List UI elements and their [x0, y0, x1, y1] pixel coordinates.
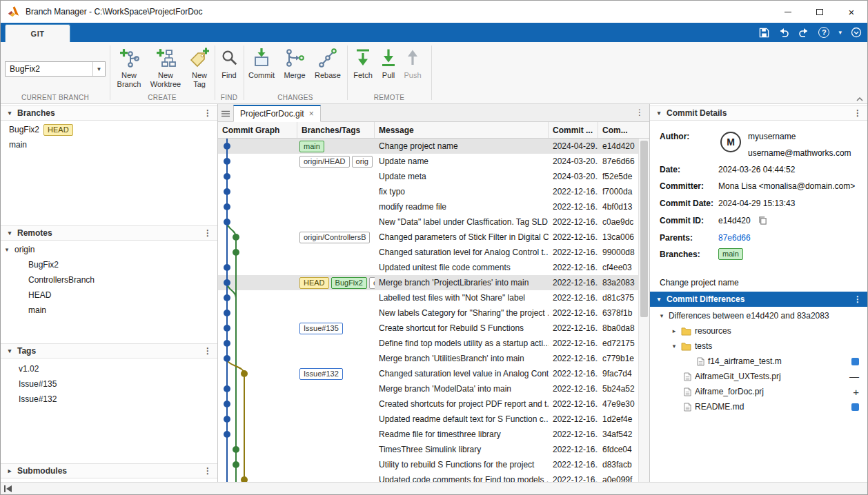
remote-branch-item[interactable]: BugFix2	[1, 257, 217, 272]
push-button[interactable]: Push	[401, 45, 424, 80]
commit-row[interactable]: Merge branch 'UtilitiesBranch' into main…	[218, 351, 639, 366]
merge-button[interactable]: Merge	[279, 45, 310, 80]
commit-id-label: Commit ID:	[660, 216, 704, 225]
commit-row[interactable]: New labels Category for "Sharing" the pr…	[218, 305, 639, 321]
rebase-button[interactable]: Rebase	[311, 45, 344, 80]
help-icon[interactable]: ?	[818, 27, 829, 38]
redo-icon[interactable]	[798, 28, 809, 37]
parent-commit-link[interactable]: 87e6d66	[718, 233, 751, 243]
commit-row[interactable]: Define find top models utility as a star…	[218, 336, 639, 351]
remote-branch-item[interactable]: HEAD	[1, 287, 217, 303]
panel-menu-icon[interactable]: ⋮	[204, 466, 212, 476]
tree-file-aiframegit-uxtests[interactable]: AiframeGit_UXTests.prj —	[650, 369, 867, 384]
commit-row[interactable]: Created shortcuts for project PDF report…	[218, 396, 639, 412]
commit-row[interactable]: Issue#135Create shortcut for Rebuild S F…	[218, 321, 639, 336]
panel-menu-icon[interactable]: ⋮	[204, 228, 212, 238]
tag-item[interactable]: Issue#135	[1, 376, 217, 392]
panel-menu-icon[interactable]: ⋮	[854, 108, 862, 118]
tab-projectfordoc-git[interactable]: ProjectForDoc.git ×	[233, 105, 321, 122]
commit-row[interactable]: Update meta2024-03-20...f52e5de	[218, 169, 639, 184]
undo-icon[interactable]	[778, 28, 789, 37]
panel-menu-icon[interactable]: ⋮	[204, 108, 212, 118]
vertical-scrollbar[interactable]	[638, 139, 649, 482]
tree-file-f14-airframe-test[interactable]: f14_airframe_test.m	[650, 354, 867, 369]
branch-item-main[interactable]: main	[1, 137, 217, 152]
commit-row[interactable]: Updated readme default text for S Functi…	[218, 412, 639, 427]
new-branch-button[interactable]: New Branch	[112, 45, 146, 89]
panel-menu-icon[interactable]: ⋮	[854, 294, 862, 304]
commit-row[interactable]: fix typo2022-12-16...f7000da	[218, 184, 639, 199]
commit-row[interactable]: New "Data" label under Clasffication. Ta…	[218, 214, 639, 230]
column-header-message[interactable]: Message	[375, 122, 549, 138]
commit-row[interactable]: origin/ControllersBChanged parameters of…	[218, 230, 639, 245]
commit-row[interactable]: Updated unitest file code comments2022-1…	[218, 260, 639, 275]
commit-row[interactable]: Utility to rebuild S Functions for the p…	[218, 457, 639, 472]
ribbon-separator	[431, 46, 432, 100]
submodules-panel-header[interactable]: ▸ Submodules ⋮	[1, 463, 217, 478]
fetch-button[interactable]: Fetch	[350, 45, 376, 80]
scrollbar-thumb[interactable]	[640, 141, 648, 317]
tree-file-aiframe-fordoc[interactable]: Aiframe_forDoc.prj +	[650, 384, 867, 399]
chevron-right-icon[interactable]: ▸	[671, 327, 678, 334]
chevron-down-icon[interactable]: ▼	[92, 62, 105, 76]
new-tag-button[interactable]: New Tag	[186, 45, 213, 89]
find-button[interactable]: Find	[216, 45, 242, 80]
collapse-ribbon-icon[interactable]	[856, 97, 863, 101]
tab-git[interactable]: GIT	[5, 24, 70, 42]
commit-row[interactable]: HEADBugFix2oMerge branch 'ProjectLibrari…	[218, 275, 639, 290]
copy-icon[interactable]	[758, 216, 767, 225]
column-header-commit-date[interactable]: Commit ...	[549, 122, 598, 138]
commit-details-header[interactable]: ▾ Commit Details ⋮	[650, 105, 867, 121]
save-icon[interactable]	[759, 28, 769, 38]
chevron-down-icon[interactable]: ▾	[658, 312, 665, 319]
current-branch-select[interactable]: BugFix2 ▼	[5, 61, 106, 77]
chevron-down-icon[interactable]: ▾	[671, 343, 678, 350]
maximize-button[interactable]	[804, 1, 836, 23]
close-icon[interactable]: ×	[309, 109, 314, 119]
column-header-commit-id[interactable]: Com...	[598, 122, 639, 138]
tab-menu-icon[interactable]: ⋮	[635, 108, 644, 117]
tab-list-icon[interactable]	[221, 110, 230, 119]
remote-branch-item[interactable]: ControllersBranch	[1, 272, 217, 287]
committer-label: Committer:	[660, 181, 704, 191]
remote-item-origin[interactable]: ▾ origin	[1, 242, 217, 257]
minimize-button[interactable]	[772, 1, 804, 23]
toolstrip-options-icon[interactable]	[851, 27, 862, 38]
commit-button[interactable]: Commit	[246, 45, 277, 80]
scroll-to-start-icon[interactable]	[3, 485, 13, 493]
remote-branch-item[interactable]: main	[1, 303, 217, 318]
tag-item[interactable]: Issue#132	[1, 392, 217, 407]
commit-row[interactable]: modify readme file2022-12-16...4bf0d13	[218, 199, 639, 214]
commit-row[interactable]: mainChange project name2024-04-29...e14d…	[218, 139, 639, 154]
chevron-down-icon[interactable]: ▾	[838, 29, 842, 36]
tags-panel-header[interactable]: ▾ Tags ⋮	[1, 343, 217, 358]
commit-row[interactable]: Merge branch 'ModelData' into main2022-1…	[218, 381, 639, 396]
commit-table-header: Commit Graph Branches/Tags Message Commi…	[218, 122, 649, 139]
commit-row[interactable]: Readme file for timesthree library2022-1…	[218, 427, 639, 442]
section-label-changes: CHANGES	[244, 94, 347, 101]
tree-folder-resources[interactable]: ▸ resources	[650, 323, 867, 339]
new-worktree-button[interactable]: New Worktree	[147, 45, 184, 89]
tree-root[interactable]: ▾ Differences between e14d420 and 83a208…	[650, 308, 867, 323]
tag-item[interactable]: v1.02	[1, 361, 217, 376]
commit-date: 2024-04-29...	[549, 141, 598, 151]
column-header-commit-graph[interactable]: Commit Graph	[218, 122, 297, 138]
commit-row[interactable]: Changed saturation level for Analog Cont…	[218, 245, 639, 260]
commit-row[interactable]: TimesThree Simulink library2022-12-16...…	[218, 442, 639, 457]
commit-row[interactable]: Issue#132Changed saturation level value …	[218, 366, 639, 381]
branch-item-bugfix2[interactable]: BugFix2 HEAD	[1, 122, 217, 137]
branches-panel-header[interactable]: ▾ Branches ⋮	[1, 105, 217, 121]
tree-file-readme[interactable]: README.md	[650, 399, 867, 414]
tags-panel-title: Tags	[17, 346, 36, 356]
commit-row[interactable]: Labelled test files with "Not Share" lab…	[218, 290, 639, 305]
panel-menu-icon[interactable]: ⋮	[204, 346, 212, 356]
commit-differences-header[interactable]: ▾ Commit Differences ⋮	[650, 292, 867, 307]
chevron-down-icon[interactable]: ▾	[3, 246, 10, 253]
pull-button[interactable]: Pull	[377, 45, 400, 80]
column-header-branches-tags[interactable]: Branches/Tags	[297, 122, 375, 138]
tree-folder-tests[interactable]: ▾ tests	[650, 339, 867, 354]
horizontal-scrollbar[interactable]	[1, 482, 867, 494]
close-button[interactable]: ×	[836, 1, 867, 23]
commit-row[interactable]: origin/HEADorigUpdate name2024-03-20...8…	[218, 154, 639, 169]
remotes-panel-header[interactable]: ▾ Remotes ⋮	[1, 225, 217, 241]
